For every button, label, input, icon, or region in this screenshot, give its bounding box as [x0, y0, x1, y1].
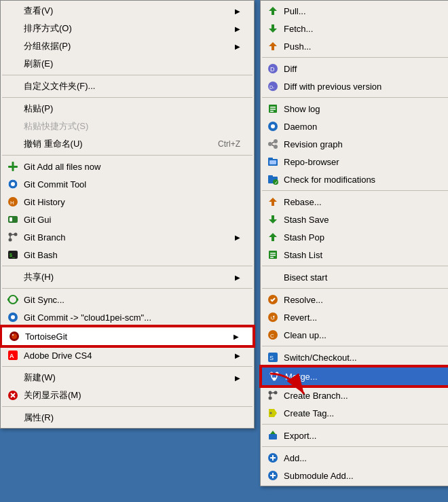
git-commit-cloud-icon	[6, 310, 20, 324]
menu-item-paste-shortcut[interactable]: 粘贴快捷方式(S)	[1, 118, 254, 135]
menu-item-push[interactable]: Push...	[261, 37, 448, 55]
rsep7	[262, 424, 448, 425]
menu-item-undo-rename[interactable]: 撤销 重命名(U) Ctrl+Z	[1, 135, 254, 153]
menu-item-daemon[interactable]: Daemon	[261, 118, 448, 135]
svg-text:↺: ↺	[270, 315, 276, 321]
svg-point-39	[274, 139, 278, 143]
menu-item-close-display[interactable]: 关闭显示器(M)	[1, 387, 254, 404]
left-context-menu: 查看(V) ▶ 排序方式(O) ▶ 分组依据(P) ▶ 刷新(E) 自定义文件夹…	[0, 0, 255, 429]
svg-text:C: C	[270, 333, 274, 339]
add-label: Add...	[284, 453, 436, 463]
git-branch-arrow: ▶	[235, 234, 240, 241]
menu-item-revision-graph[interactable]: Revision graph	[261, 135, 448, 153]
daemon-label: Daemon	[284, 122, 436, 132]
menu-item-check-mods[interactable]: ✓ Check for modifications	[261, 171, 448, 188]
svg-rect-35	[270, 111, 274, 112]
daemon-icon	[266, 120, 280, 133]
menu-item-custom-folder[interactable]: 自定义文件夹(F)...	[1, 77, 254, 95]
fetch-icon	[266, 22, 280, 35]
git-branch-label: Git Branch	[24, 232, 235, 243]
git-commit-tool-label: Git Commit Tool	[24, 179, 240, 190]
menu-item-new[interactable]: 新建(W) ▶	[1, 369, 254, 387]
menu-item-merge[interactable]: Merge...	[261, 366, 448, 387]
menu-item-repo-browser[interactable]: Repo-browser	[261, 153, 448, 171]
menu-item-submodule-add[interactable]: Submodule Add...	[261, 467, 448, 484]
menu-item-share[interactable]: 共享(H) ▶	[1, 268, 254, 286]
desktop: 查看(V) ▶ 排序方式(O) ▶ 分组依据(P) ▶ 刷新(E) 自定义文件夹…	[0, 0, 448, 502]
menu-item-sort[interactable]: 排序方式(O) ▶	[1, 20, 254, 37]
menu-item-view[interactable]: 查看(V) ▶	[1, 2, 254, 20]
sep7	[2, 406, 253, 407]
menu-item-diff-prev[interactable]: D- Diff with previous version	[261, 77, 448, 95]
check-mods-icon: ✓	[266, 173, 280, 186]
menu-item-switch-checkout[interactable]: S Switch/Checkout...	[261, 348, 448, 366]
menu-item-git-sync[interactable]: Git Sync...	[1, 291, 254, 308]
menu-item-git-add[interactable]: Git Add all files now	[1, 158, 254, 175]
menu-item-create-branch[interactable]: Create Branch...	[261, 387, 448, 404]
menu-item-diff[interactable]: D Diff	[261, 60, 448, 77]
git-add-label: Git Add all files now	[24, 162, 240, 172]
menu-item-git-branch[interactable]: Git Branch ▶	[1, 228, 254, 246]
menu-item-refresh[interactable]: 刷新(E)	[1, 55, 254, 73]
create-branch-icon	[266, 389, 280, 402]
menu-item-group[interactable]: 分组依据(P) ▶	[1, 37, 254, 55]
undo-shortcut: Ctrl+Z	[218, 139, 240, 149]
svg-text:$_: $_	[10, 253, 15, 258]
menu-item-pull[interactable]: Pull...	[261, 2, 448, 20]
rsep3	[262, 190, 448, 191]
menu-item-adobe-drive[interactable]: A Adobe Drive CS4 ▶	[1, 346, 254, 364]
menu-item-fetch[interactable]: Fetch...	[261, 20, 448, 37]
stash-list-label: Stash List	[284, 250, 436, 260]
stash-list-icon	[266, 248, 280, 262]
view-arrow: ▶	[235, 7, 240, 15]
sort-icon	[6, 22, 20, 35]
show-log-icon	[266, 102, 280, 115]
menu-item-git-bash[interactable]: $_ Git Bash	[1, 246, 254, 264]
menu-item-stash-save[interactable]: Stash Save	[261, 211, 448, 228]
create-tag-label: Create Tag...	[284, 408, 436, 418]
submodule-add-label: Submodule Add...	[284, 471, 436, 481]
menu-item-paste[interactable]: 粘贴(P)	[1, 100, 254, 118]
svg-point-19	[12, 334, 14, 336]
menu-item-create-tag[interactable]: Create Tag...	[261, 404, 448, 422]
resolve-label: Resolve...	[284, 295, 436, 305]
menu-item-bisect-start[interactable]: Bisect start	[261, 268, 448, 286]
paste-label: 粘贴(P)	[24, 103, 240, 115]
menu-item-properties[interactable]: 属性(R)	[1, 409, 254, 427]
stash-pop-icon	[266, 230, 280, 244]
adobe-icon: A	[6, 348, 20, 362]
menu-item-git-history[interactable]: H Git History	[1, 193, 254, 211]
svg-line-42	[272, 145, 274, 146]
export-label: Export...	[284, 431, 436, 441]
menu-item-git-gui[interactable]: Git Gui	[1, 211, 254, 228]
sort-arrow: ▶	[235, 25, 240, 33]
menu-item-add[interactable]: Add...	[261, 449, 448, 467]
svg-point-18	[12, 334, 17, 339]
resolve-icon	[266, 293, 280, 306]
adobe-drive-label: Adobe Drive CS4	[24, 351, 235, 361]
svg-point-71	[270, 412, 272, 414]
menu-item-revert[interactable]: ↺ Revert...	[261, 308, 448, 326]
menu-item-cleanup[interactable]: C Clean up...	[261, 326, 448, 344]
rsep6	[262, 346, 448, 346]
fetch-label: Fetch...	[284, 24, 436, 34]
menu-item-rebase[interactable]: Rebase...	[261, 193, 448, 211]
menu-item-git-commit-tool[interactable]: Git Commit Tool	[1, 175, 254, 193]
menu-item-stash-pop[interactable]: Stash Pop	[261, 228, 448, 246]
custom-folder-label: 自定义文件夹(F)...	[24, 80, 240, 92]
revision-graph-label: Revision graph	[284, 139, 436, 149]
menu-item-resolve[interactable]: Resolve...	[261, 291, 448, 308]
git-history-icon: H	[6, 195, 20, 209]
menu-item-export[interactable]: Export...	[261, 427, 448, 444]
revert-label: Revert...	[284, 312, 436, 323]
push-icon	[266, 39, 280, 53]
git-add-icon	[6, 160, 20, 173]
menu-item-show-log[interactable]: Show log	[261, 100, 448, 118]
menu-item-stash-list[interactable]: Stash List	[261, 246, 448, 264]
menu-item-git-commit-cloud[interactable]: Git Commit -> "cloud1pei-scm"...	[1, 308, 254, 326]
svg-marker-13	[17, 298, 18, 302]
properties-label: 属性(R)	[24, 412, 240, 424]
svg-point-40	[274, 145, 278, 149]
svg-rect-45	[269, 160, 276, 164]
menu-item-tortoisegit[interactable]: TortoiseGit ▶	[1, 326, 254, 346]
